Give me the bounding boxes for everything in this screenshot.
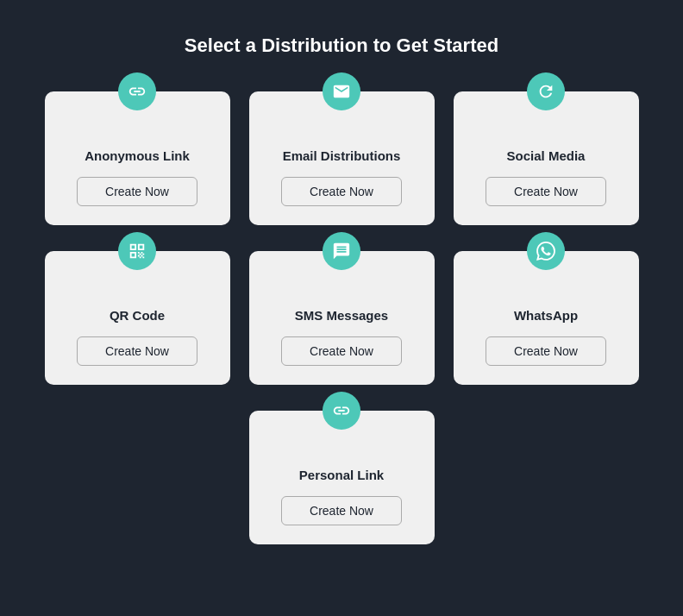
card-personal-link: Personal Link Create Now: [249, 411, 435, 544]
distribution-grid: Anonymous Link Create Now Email Distribu…: [27, 91, 656, 544]
card-whatsapp: WhatsApp Create Now: [454, 251, 639, 385]
personal-link-icon: [323, 392, 360, 430]
whatsapp-icon: [527, 232, 565, 270]
social-media-icon: [527, 72, 565, 110]
email-distributions-title: Email Distributions: [283, 148, 401, 163]
email-distributions-create-button[interactable]: Create Now: [281, 177, 402, 206]
card-email-distributions: Email Distributions Create Now: [249, 91, 435, 225]
anonymous-link-title: Anonymous Link: [85, 148, 190, 163]
card-social-media: Social Media Create Now: [454, 91, 639, 225]
anonymous-link-icon: [118, 72, 156, 110]
qr-code-create-button[interactable]: Create Now: [77, 336, 197, 366]
page-title: Select a Distribution to Get Started: [185, 35, 498, 57]
anonymous-link-create-button[interactable]: Create Now: [77, 177, 197, 206]
card-qr-code: QR Code Create Now: [45, 251, 230, 385]
personal-link-title: Personal Link: [299, 468, 384, 482]
grid-row-2: QR Code Create Now SMS Messages Create N…: [27, 251, 656, 385]
social-media-create-button[interactable]: Create Now: [486, 177, 606, 206]
sms-messages-create-button[interactable]: Create Now: [281, 336, 402, 366]
sms-messages-title: SMS Messages: [295, 308, 388, 323]
grid-row-1: Anonymous Link Create Now Email Distribu…: [27, 91, 656, 225]
qr-code-icon: [118, 232, 156, 270]
grid-row-3: Personal Link Create Now: [27, 411, 656, 544]
whatsapp-title: WhatsApp: [514, 308, 578, 323]
email-distributions-icon: [323, 72, 360, 110]
social-media-title: Social Media: [507, 148, 586, 163]
whatsapp-create-button[interactable]: Create Now: [486, 336, 606, 366]
personal-link-create-button[interactable]: Create Now: [281, 496, 402, 525]
qr-code-title: QR Code: [110, 308, 165, 323]
card-sms-messages: SMS Messages Create Now: [249, 251, 435, 385]
card-anonymous-link: Anonymous Link Create Now: [45, 91, 230, 225]
sms-messages-icon: [323, 232, 360, 270]
